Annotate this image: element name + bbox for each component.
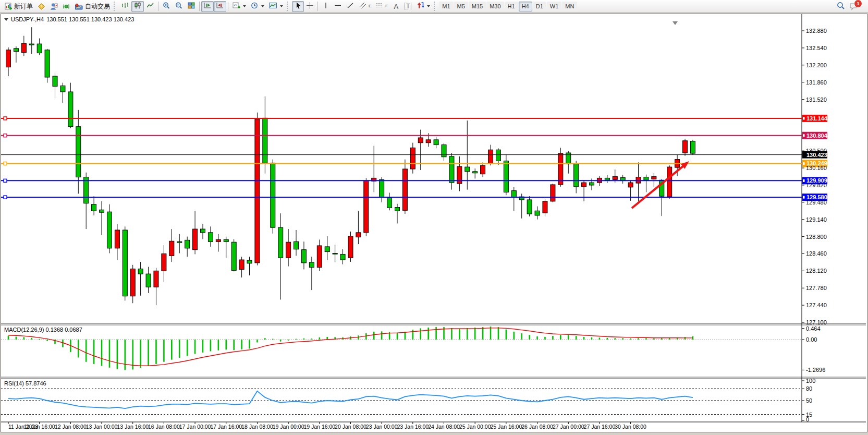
svg-text:131.144: 131.144 <box>806 115 828 122</box>
svg-text:24 Jan 08:00: 24 Jan 08:00 <box>428 424 460 430</box>
line-chart-icon <box>146 2 154 11</box>
trendline-tool-button[interactable] <box>344 1 357 12</box>
text-tool-button[interactable]: A <box>390 1 402 12</box>
timeframe-button-W1[interactable]: W1 <box>547 2 562 11</box>
toolbar-grip <box>434 2 436 11</box>
toolbar-separator <box>199 2 200 11</box>
svg-text:19 Jan 16:00: 19 Jan 16:00 <box>303 424 335 430</box>
notification-badge: 1 <box>854 0 862 8</box>
chart-shift-marker <box>673 21 678 25</box>
svg-text:19 Jan 00:00: 19 Jan 00:00 <box>273 424 304 430</box>
toolbar-grip <box>287 2 289 11</box>
indicators-button[interactable] <box>230 1 248 12</box>
dropdown-caret-icon <box>243 5 246 7</box>
chart-candles-button[interactable] <box>131 1 144 12</box>
new-order-icon <box>4 3 13 10</box>
quotes-broadcast-button[interactable] <box>60 1 72 12</box>
macd-indicator-label: MACD(12,26,9) 0.1368 0.0687 <box>4 327 82 333</box>
chart-dropdown-icon[interactable] <box>4 18 8 21</box>
vertical-line-icon <box>323 2 329 11</box>
svg-text:0.00: 0.00 <box>806 336 817 343</box>
clock-icon <box>250 2 259 11</box>
arrows-tool-button[interactable] <box>414 1 432 12</box>
auto-scroll-icon <box>203 2 212 11</box>
zoom-out-icon <box>175 2 183 11</box>
periods-button[interactable] <box>248 1 266 12</box>
autotrading-button[interactable]: 自动交易 <box>72 1 112 12</box>
svg-text:127.440: 127.440 <box>806 302 827 308</box>
chart-shift-button[interactable] <box>214 1 226 12</box>
notifications-button[interactable]: 1 <box>847 1 861 12</box>
text-label-tool-button[interactable]: T <box>402 1 414 12</box>
svg-text:13 Jan 16:00: 13 Jan 16:00 <box>117 424 149 430</box>
svg-text:50: 50 <box>806 397 812 404</box>
chat-bubble-icon: 1 <box>849 2 859 10</box>
svg-text:132.200: 132.200 <box>806 62 827 68</box>
fibonacci-tool-button[interactable]: F <box>373 1 390 12</box>
svg-text:17 Jan 16:00: 17 Jan 16:00 <box>210 424 242 430</box>
templates-button[interactable] <box>266 1 285 12</box>
horizontal-line-tool-button[interactable] <box>332 1 344 12</box>
timeframe-button-M15[interactable]: M15 <box>469 2 486 11</box>
svg-text:127.100: 127.100 <box>806 319 827 325</box>
svg-text:23 Jan 16:00: 23 Jan 16:00 <box>397 424 429 430</box>
svg-text:128.120: 128.120 <box>806 268 827 274</box>
chart-line-button[interactable] <box>144 1 156 12</box>
macd-signal-line <box>8 328 693 366</box>
new-order-button[interactable]: 新订单 <box>2 1 35 12</box>
dropdown-caret-icon <box>261 5 264 7</box>
autotrading-label: 自动交易 <box>85 2 110 11</box>
auto-scroll-button[interactable] <box>201 1 214 12</box>
chart-ohlc-values: 130.551 130.551 130.423 130.423 <box>46 16 134 22</box>
accounts-button[interactable] <box>47 1 60 12</box>
timeframe-button-M1[interactable]: M1 <box>439 2 453 11</box>
workspace: USDJPY-,H4 130.551 130.551 130.423 130.4… <box>0 13 868 435</box>
toolbar-separator <box>228 2 228 11</box>
text-label-icon: T <box>405 3 411 10</box>
chart-bars-button[interactable] <box>119 1 131 12</box>
timeframe-button-M30[interactable]: M30 <box>486 2 504 11</box>
zoom-out-button[interactable] <box>173 1 185 12</box>
svg-text:128.460: 128.460 <box>806 250 827 257</box>
text-tool-icon: A <box>394 3 398 10</box>
vertical-line-tool-button[interactable] <box>320 1 332 12</box>
equidistant-channel-icon <box>359 2 367 11</box>
svg-text:129.140: 129.140 <box>806 216 827 223</box>
dropdown-caret-icon <box>280 5 283 7</box>
svg-text:128.800: 128.800 <box>806 234 827 240</box>
chart-canvas[interactable]: 131.144130.804130.423130.249129.909129.5… <box>1 14 866 431</box>
horizontal-line-icon <box>334 2 342 11</box>
channel-letter: E <box>369 4 371 8</box>
tile-windows-button[interactable] <box>185 1 198 12</box>
user-chart-icon <box>50 3 58 10</box>
svg-text:11 Jan 16:00: 11 Jan 16:00 <box>24 424 55 430</box>
crosshair-tool-button[interactable] <box>304 1 316 12</box>
timeframe-button-M5[interactable]: M5 <box>454 2 468 11</box>
zoom-in-button[interactable] <box>160 1 173 12</box>
svg-text:132.540: 132.540 <box>806 45 827 51</box>
cursor-tool-button[interactable] <box>292 1 304 12</box>
search-button[interactable] <box>834 1 847 12</box>
candlestick-chart-icon <box>133 2 142 11</box>
signal-icon <box>62 3 70 10</box>
svg-text:130.160: 130.160 <box>806 165 827 171</box>
trend-arrow[interactable] <box>632 165 684 208</box>
channel-tool-button[interactable]: E <box>357 1 373 12</box>
chart-window: USDJPY-,H4 130.551 130.551 130.423 130.4… <box>1 14 867 432</box>
timeframe-button-MN[interactable]: MN <box>562 2 577 11</box>
timeframe-button-H1[interactable]: H1 <box>505 2 518 11</box>
svg-text:129.820: 129.820 <box>806 182 827 188</box>
svg-text:18 Jan 08:00: 18 Jan 08:00 <box>241 424 273 430</box>
svg-text:27 Jan 16:00: 27 Jan 16:00 <box>584 424 616 430</box>
timeframe-button-H4[interactable]: H4 <box>519 2 532 11</box>
svg-text:30 Jan 08:00: 30 Jan 08:00 <box>615 424 646 430</box>
toolbar: 新订单 自动交易 E F A T M1M5M15M30H1H4D1W1MN 1 <box>0 0 868 13</box>
fibo-letter: F <box>385 4 388 8</box>
timeframe-button-D1[interactable]: D1 <box>533 2 546 11</box>
market-watch-button[interactable] <box>35 1 47 12</box>
search-icon <box>836 2 845 11</box>
timeframe-group: M1M5M15M30H1H4D1W1MN <box>439 2 577 11</box>
svg-text:130.500: 130.500 <box>806 148 827 154</box>
autotrading-icon <box>75 3 83 10</box>
rsi-line <box>8 391 693 408</box>
